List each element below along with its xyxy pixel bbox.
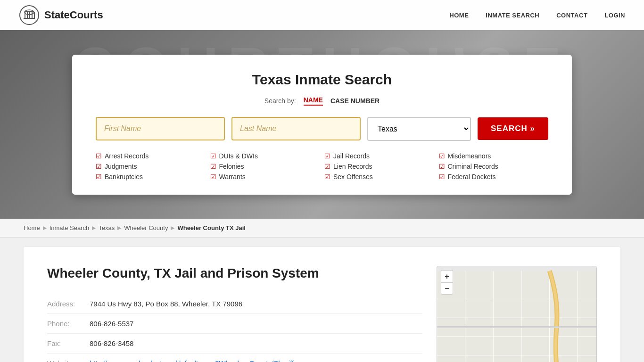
address-row: Address: 7944 Us Hwy 83, Po Box 88, Whee… (47, 294, 422, 314)
check-label: Misdemeanors (448, 152, 491, 160)
check-misdemeanors: ☑ Misdemeanors (439, 152, 549, 160)
check-felonies: ☑ Felonies (210, 163, 320, 170)
check-label: Warrants (219, 173, 246, 181)
website-row: Website: http://www.co.wheeler.tx.us/def… (47, 354, 422, 362)
svg-rect-2 (25, 12, 25, 18)
check-icon: ☑ (439, 173, 445, 181)
nav-login[interactable]: LOGIN (604, 12, 625, 19)
breadcrumb-sep: ▶ (117, 225, 121, 231)
logo-icon (19, 5, 40, 25)
address-label: Address: (47, 294, 90, 314)
nav-inmate-search[interactable]: INMATE SEARCH (486, 12, 539, 19)
breadcrumb-sep: ▶ (92, 225, 96, 231)
state-select[interactable]: Texas Alabama Alaska Arizona Arkansas Ca… (367, 117, 471, 141)
svg-rect-9 (437, 271, 596, 362)
phone-value: 806-826-5537 (90, 314, 422, 334)
check-icon: ☑ (96, 173, 102, 181)
map-svg (437, 266, 596, 362)
svg-rect-7 (24, 18, 35, 19)
check-icon: ☑ (439, 152, 445, 160)
breadcrumb-sep: ▶ (43, 225, 47, 231)
facility-info: Wheeler County, TX Jail and Prison Syste… (47, 266, 422, 362)
fax-row: Fax: 806-826-3458 (47, 334, 422, 354)
tab-case-number[interactable]: CASE NUMBER (330, 97, 380, 105)
phone-row: Phone: 806-826-5537 (47, 314, 422, 334)
facility-card: Wheeler County, TX Jail and Prison Syste… (24, 247, 620, 362)
svg-rect-8 (25, 11, 34, 12)
main-nav: HOME INMATE SEARCH CONTACT LOGIN (449, 11, 625, 19)
check-judgments: ☑ Judgments (96, 163, 206, 170)
facility-title: Wheeler County, TX Jail and Prison Syste… (47, 266, 422, 281)
check-label: Arrest Records (105, 152, 149, 160)
main-content: Wheeler County, TX Jail and Prison Syste… (0, 247, 644, 362)
map-area: + − (437, 266, 597, 362)
breadcrumb-sep: ▶ (171, 225, 174, 231)
check-label: Felonies (219, 163, 244, 170)
check-sex-offenses: ☑ Sex Offenses (324, 173, 434, 181)
info-table: Address: 7944 Us Hwy 83, Po Box 88, Whee… (47, 294, 422, 362)
check-icon: ☑ (324, 173, 330, 181)
check-warrants: ☑ Warrants (210, 173, 320, 181)
svg-rect-5 (32, 12, 33, 18)
check-bankruptcies: ☑ Bankruptcies (96, 173, 206, 181)
check-icon: ☑ (210, 163, 216, 170)
nav-home[interactable]: HOME (449, 12, 469, 19)
check-label: Sex Offenses (333, 173, 373, 181)
nav-contact[interactable]: CONTACT (556, 12, 587, 19)
check-label: Bankruptcies (105, 173, 143, 181)
check-icon: ☑ (210, 173, 216, 181)
check-label: Federal Dockets (448, 173, 496, 181)
search-inputs-row: Texas Alabama Alaska Arizona Arkansas Ca… (96, 117, 548, 141)
breadcrumb-inmate-search[interactable]: Inmate Search (50, 224, 90, 231)
hero-section: COURTHOUSE Texas Inmate Search Search by… (0, 30, 644, 219)
map-controls: + − (441, 270, 453, 295)
check-lien-records: ☑ Lien Records (324, 163, 434, 170)
search-card: Texas Inmate Search Search by: NAME CASE… (72, 55, 572, 195)
first-name-input[interactable] (96, 117, 225, 140)
map-zoom-in[interactable]: + (441, 270, 453, 282)
svg-rect-6 (34, 12, 35, 18)
check-label: Jail Records (333, 152, 370, 160)
breadcrumb-current: Wheeler County TX Jail (177, 224, 245, 231)
check-icon: ☑ (324, 152, 330, 160)
check-icon: ☑ (96, 152, 102, 160)
breadcrumb: Home ▶ Inmate Search ▶ Texas ▶ Wheeler C… (0, 219, 644, 238)
logo-text: StateCourts (44, 9, 103, 21)
check-arrest-records: ☑ Arrest Records (96, 152, 206, 160)
website-value[interactable]: http://www.co.wheeler.tx.us/default.aspx… (90, 354, 422, 362)
fax-label: Fax: (47, 334, 90, 354)
last-name-input[interactable] (231, 117, 361, 140)
breadcrumb-wheeler-county[interactable]: Wheeler County (124, 224, 168, 231)
check-icon: ☑ (96, 163, 102, 170)
search-button[interactable]: SEARCH » (478, 117, 548, 140)
check-icon: ☑ (324, 163, 330, 170)
address-value: 7944 Us Hwy 83, Po Box 88, Wheeler, TX 7… (90, 294, 422, 314)
check-icon: ☑ (439, 163, 445, 170)
check-label: Lien Records (333, 163, 372, 170)
breadcrumb-texas[interactable]: Texas (99, 224, 115, 231)
check-icon: ☑ (210, 152, 216, 160)
search-by-label: Search by: (264, 97, 296, 105)
check-duis: ☑ DUIs & DWIs (210, 152, 320, 160)
check-federal-dockets: ☑ Federal Dockets (439, 173, 549, 181)
website-label: Website: (47, 354, 90, 362)
logo-area: StateCourts (19, 5, 103, 25)
search-title: Texas Inmate Search (96, 72, 548, 88)
site-header: StateCourts HOME INMATE SEARCH CONTACT L… (0, 0, 644, 30)
map-zoom-out[interactable]: − (441, 282, 453, 295)
phone-label: Phone: (47, 314, 90, 334)
check-jail-records: ☑ Jail Records (324, 152, 434, 160)
website-link[interactable]: http://www.co.wheeler.tx.us/default.aspx… (90, 359, 294, 362)
breadcrumb-home[interactable]: Home (24, 224, 40, 231)
svg-rect-3 (27, 12, 28, 18)
check-label: Criminal Records (448, 163, 498, 170)
svg-rect-4 (29, 12, 30, 18)
check-criminal-records: ☑ Criminal Records (439, 163, 549, 170)
check-label: Judgments (105, 163, 137, 170)
checkmarks-grid: ☑ Arrest Records ☑ DUIs & DWIs ☑ Jail Re… (96, 152, 548, 181)
search-by-row: Search by: NAME CASE NUMBER (96, 96, 548, 106)
fax-value: 806-826-3458 (90, 334, 422, 354)
check-label: DUIs & DWIs (219, 152, 258, 160)
tab-name[interactable]: NAME (304, 96, 323, 106)
